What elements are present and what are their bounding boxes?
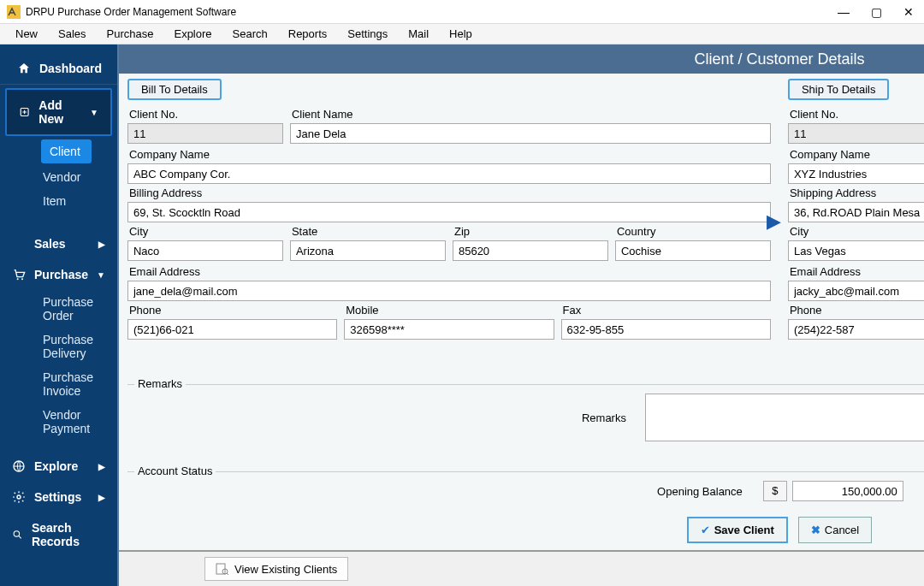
ship-section-title: Ship To Details bbox=[788, 79, 889, 100]
view-existing-label: View Existing Clients bbox=[234, 563, 337, 576]
ship-no-label: Client No. bbox=[788, 105, 924, 123]
bill-to-column: Bill To Details Client No. Client Name C… bbox=[127, 79, 771, 358]
list-icon bbox=[216, 562, 229, 576]
save-client-label: Save Client bbox=[714, 524, 774, 536]
x-icon: ✖ bbox=[811, 524, 820, 536]
bill-addr-input[interactable] bbox=[127, 202, 771, 222]
ship-phone-label: Phone bbox=[788, 301, 924, 319]
cancel-button[interactable]: ✖ Cancel bbox=[798, 517, 872, 543]
sidebar-dashboard[interactable]: Dashboard bbox=[0, 53, 117, 85]
sidebar-search-label: Search Records bbox=[32, 521, 105, 548]
sidebar-sub-client[interactable]: Client bbox=[41, 139, 92, 163]
remarks-section-label: Remarks bbox=[134, 376, 186, 392]
sidebar-sales-label: Sales bbox=[34, 237, 66, 251]
ship-addr-label: Shipping Address bbox=[788, 184, 924, 202]
menu-reports[interactable]: Reports bbox=[280, 26, 336, 42]
bill-section-title: Bill To Details bbox=[127, 79, 222, 100]
globe-icon bbox=[12, 459, 26, 473]
chevron-right-icon: ▶ bbox=[98, 462, 105, 471]
ship-city-label: City bbox=[788, 222, 924, 240]
search-icon bbox=[12, 528, 23, 542]
check-icon: ✔ bbox=[701, 524, 710, 536]
add-icon bbox=[19, 105, 30, 119]
app-title: DRPU Purchase Order Management Software bbox=[26, 6, 835, 18]
sidebar-addnew[interactable]: Add New ▼ bbox=[5, 88, 112, 136]
menu-new[interactable]: New bbox=[7, 26, 46, 42]
svg-point-6 bbox=[14, 531, 19, 536]
svg-point-2 bbox=[17, 278, 19, 280]
bill-company-input[interactable] bbox=[127, 163, 771, 184]
bill-email-input[interactable] bbox=[127, 281, 771, 301]
sidebar-sales[interactable]: Sales ▶ bbox=[0, 228, 117, 259]
page-title: Client / Customer Details bbox=[694, 50, 864, 68]
cancel-label: Cancel bbox=[825, 524, 859, 536]
copy-arrow-icon[interactable]: ▶ bbox=[767, 210, 781, 233]
currency-symbol: $ bbox=[763, 481, 787, 501]
bill-state-label: State bbox=[290, 222, 446, 240]
chevron-down-icon: ▼ bbox=[90, 108, 98, 117]
menu-help[interactable]: Help bbox=[441, 26, 481, 42]
bill-fax-input[interactable] bbox=[561, 319, 771, 340]
ship-email-label: Email Address bbox=[788, 263, 924, 281]
sidebar: Dashboard Add New ▼ Client Vendor Item S… bbox=[0, 44, 117, 586]
save-client-button[interactable]: ✔ Save Client bbox=[687, 517, 788, 543]
sidebar-sub-pd[interactable]: Purchase Delivery bbox=[0, 328, 117, 365]
bill-zip-input[interactable] bbox=[453, 240, 608, 261]
gear-icon bbox=[12, 490, 26, 504]
minimize-button[interactable]: — bbox=[835, 3, 852, 21]
chevron-down-icon: ▼ bbox=[97, 270, 105, 280]
bill-phone-label: Phone bbox=[127, 301, 337, 319]
sidebar-explore-label: Explore bbox=[34, 459, 78, 473]
ship-email-input[interactable] bbox=[788, 281, 924, 301]
ship-phone-input[interactable] bbox=[788, 319, 924, 340]
menu-search[interactable]: Search bbox=[224, 26, 276, 42]
remarks-textarea[interactable] bbox=[645, 394, 924, 441]
bill-no-label: Client No. bbox=[127, 105, 283, 123]
bill-phone-input[interactable] bbox=[127, 319, 337, 340]
bill-name-input[interactable] bbox=[290, 123, 771, 144]
bill-country-input[interactable] bbox=[615, 240, 771, 261]
ship-addr-input[interactable] bbox=[788, 202, 924, 222]
app-icon bbox=[7, 5, 21, 19]
bill-mobile-label: Mobile bbox=[344, 301, 554, 319]
menu-sales[interactable]: Sales bbox=[50, 26, 95, 42]
menu-purchase[interactable]: Purchase bbox=[98, 26, 163, 42]
bill-no-input bbox=[127, 123, 283, 144]
chart-icon bbox=[12, 237, 26, 251]
content-area: Client / Customer Details Close ▶ Bill T… bbox=[117, 44, 924, 586]
sidebar-sub-pi[interactable]: Purchase Invoice bbox=[0, 365, 117, 403]
menu-explore[interactable]: Explore bbox=[165, 26, 220, 42]
sidebar-sub-vendor[interactable]: Vendor bbox=[0, 165, 117, 189]
ship-company-input[interactable] bbox=[788, 163, 924, 184]
maximize-button[interactable]: ▢ bbox=[868, 3, 885, 21]
sidebar-settings-label: Settings bbox=[34, 490, 81, 504]
svg-point-3 bbox=[21, 278, 23, 280]
bottom-bar: View Existing Clients Quick-Billing.com … bbox=[119, 550, 924, 586]
bill-mobile-input[interactable] bbox=[344, 319, 554, 340]
sidebar-settings[interactable]: Settings ▶ bbox=[0, 482, 117, 512]
sidebar-sub-vp[interactable]: Vendor Payment bbox=[0, 403, 117, 441]
remarks-label: Remarks bbox=[580, 409, 628, 427]
ship-city-input[interactable] bbox=[788, 240, 924, 261]
close-window-button[interactable]: ✕ bbox=[900, 3, 917, 21]
view-existing-button[interactable]: View Existing Clients bbox=[204, 557, 348, 581]
sidebar-sub-item[interactable]: Item bbox=[0, 189, 117, 213]
menu-settings[interactable]: Settings bbox=[339, 26, 396, 42]
sidebar-explore[interactable]: Explore ▶ bbox=[0, 451, 117, 482]
sidebar-sub-po[interactable]: Purchase Order bbox=[0, 290, 117, 328]
balance-label: Opening Balance bbox=[655, 482, 744, 500]
menu-mail[interactable]: Mail bbox=[400, 26, 437, 42]
ship-no-input bbox=[788, 123, 924, 144]
bill-state-input[interactable] bbox=[290, 240, 446, 261]
chevron-right-icon: ▶ bbox=[98, 240, 105, 249]
bill-city-input[interactable] bbox=[127, 240, 283, 261]
menubar: New Sales Purchase Explore Search Report… bbox=[0, 24, 924, 44]
ship-to-column: Ship To Details Client No. Client Name C… bbox=[788, 79, 924, 358]
sidebar-purchase[interactable]: Purchase ▼ bbox=[0, 259, 117, 290]
sidebar-search[interactable]: Search Records bbox=[0, 512, 117, 557]
bill-name-label: Client Name bbox=[290, 105, 771, 123]
sidebar-addnew-label: Add New bbox=[38, 98, 81, 126]
balance-input[interactable] bbox=[792, 481, 903, 501]
content-header: Client / Customer Details Close bbox=[119, 44, 924, 74]
home-icon bbox=[17, 62, 31, 75]
